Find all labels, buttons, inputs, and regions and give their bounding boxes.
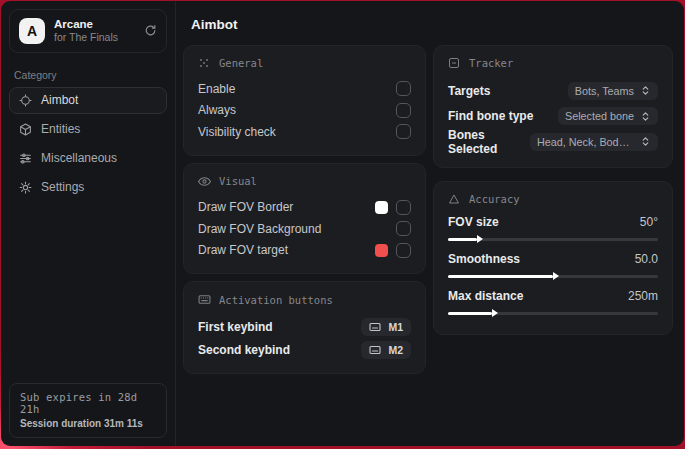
setting-row-visibility-check: Visibility check bbox=[198, 121, 411, 143]
chevrons-up-down-icon bbox=[640, 85, 651, 96]
sidebar-item-aimbot[interactable]: Aimbot bbox=[9, 87, 167, 114]
setting-row-bones-selected: Bones Selected Head, Neck, Body, Pe... bbox=[448, 129, 658, 155]
fov-size-slider[interactable] bbox=[448, 238, 658, 241]
draw-fov-target-checkbox[interactable] bbox=[396, 243, 411, 258]
crosshair-dots-icon bbox=[198, 57, 211, 69]
setting-row-second-keybind: Second keybind M2 bbox=[198, 338, 411, 361]
gear-icon bbox=[19, 181, 32, 194]
setting-row-fov-size: FOV size 50° bbox=[448, 214, 658, 241]
setting-row-always: Always bbox=[198, 100, 411, 122]
smoothness-slider[interactable] bbox=[448, 275, 658, 278]
card-title: General bbox=[219, 57, 263, 69]
card-title: Accuracy bbox=[469, 193, 520, 205]
find-bone-type-select[interactable]: Selected bone bbox=[558, 107, 658, 125]
keyboard-icon bbox=[369, 321, 382, 333]
sidebar: A Arcane for The Finals Category Aimbot bbox=[1, 1, 176, 446]
activation-buttons-card: Activation buttons First keybind M1 Seco… bbox=[183, 281, 426, 374]
fov-target-color-swatch[interactable] bbox=[375, 244, 388, 257]
accuracy-card: Accuracy FOV size 50° Smoothness bbox=[433, 181, 673, 335]
setting-row-find-bone-type: Find bone type Selected bone bbox=[448, 104, 658, 130]
refresh-icon[interactable] bbox=[144, 24, 157, 37]
bones-selected-select[interactable]: Head, Neck, Body, Pe... bbox=[530, 133, 658, 151]
sidebar-item-label: Settings bbox=[41, 180, 84, 194]
setting-row-enable: Enable bbox=[198, 78, 411, 100]
sidebar-nav: Aimbot Entities Miscellaneous Settings bbox=[1, 87, 175, 201]
enable-checkbox[interactable] bbox=[396, 81, 411, 96]
sidebar-item-settings[interactable]: Settings bbox=[9, 174, 167, 201]
subscription-status-card: Sub expires in 28d 21h Session duration … bbox=[9, 383, 167, 438]
setting-row-smoothness: Smoothness 50.0 bbox=[448, 251, 658, 278]
setting-row-targets: Targets Bots, Teams bbox=[448, 78, 658, 104]
slider-fill bbox=[448, 275, 553, 278]
visual-card: Visual Draw FOV Border Draw FOV Backgrou… bbox=[183, 163, 426, 275]
max-distance-slider[interactable] bbox=[448, 312, 658, 315]
draw-fov-border-checkbox[interactable] bbox=[396, 200, 411, 215]
page-title: Aimbot bbox=[191, 17, 678, 32]
setting-row-draw-fov-border: Draw FOV Border bbox=[198, 197, 411, 219]
app-logo: A bbox=[19, 18, 45, 44]
setting-row-draw-fov-target: Draw FOV target bbox=[198, 240, 411, 262]
tracker-card: Tracker Targets Bots, Teams Find bone ty… bbox=[433, 45, 673, 168]
category-label: Category bbox=[14, 69, 175, 81]
triangle-icon bbox=[448, 193, 461, 205]
slider-fill bbox=[448, 238, 477, 241]
keyboard-icon bbox=[369, 344, 382, 356]
smoothness-value: 50.0 bbox=[635, 252, 658, 266]
sub-expiry-text: Sub expires in 28d 21h bbox=[20, 391, 156, 415]
max-distance-value: 250m bbox=[628, 289, 658, 303]
cube-icon bbox=[19, 123, 32, 136]
sliders-icon bbox=[19, 152, 32, 165]
sidebar-item-label: Miscellaneous bbox=[41, 151, 117, 165]
general-card: General Enable Always Visibility check bbox=[183, 45, 426, 156]
slider-fill bbox=[448, 312, 492, 315]
sidebar-item-label: Entities bbox=[41, 122, 80, 136]
visibility-check-checkbox[interactable] bbox=[396, 124, 411, 139]
targets-select[interactable]: Bots, Teams bbox=[568, 82, 658, 100]
app-subtitle: for The Finals bbox=[54, 31, 135, 44]
sidebar-item-entities[interactable]: Entities bbox=[9, 116, 167, 143]
app-window: A Arcane for The Finals Category Aimbot bbox=[1, 1, 684, 446]
keyboard-icon bbox=[198, 293, 211, 306]
setting-row-draw-fov-background: Draw FOV Background bbox=[198, 218, 411, 240]
fov-size-value: 50° bbox=[640, 215, 658, 229]
main-content: Aimbot General Enable Alw bbox=[176, 1, 684, 446]
setting-row-max-distance: Max distance 250m bbox=[448, 288, 658, 315]
app-frame: A Arcane for The Finals Category Aimbot bbox=[0, 0, 685, 449]
crosshair-icon bbox=[19, 94, 32, 107]
minus-square-icon bbox=[448, 57, 461, 69]
logo-card: A Arcane for The Finals bbox=[9, 9, 167, 53]
always-checkbox[interactable] bbox=[396, 103, 411, 118]
session-duration-text: Session duration 31m 11s bbox=[20, 418, 156, 429]
chevrons-up-down-icon bbox=[640, 111, 651, 122]
sidebar-item-label: Aimbot bbox=[41, 93, 78, 107]
first-keybind-button[interactable]: M1 bbox=[361, 318, 411, 336]
second-keybind-button[interactable]: M2 bbox=[361, 341, 411, 359]
app-title: Arcane bbox=[54, 17, 135, 31]
setting-row-first-keybind: First keybind M1 bbox=[198, 315, 411, 338]
sidebar-item-miscellaneous[interactable]: Miscellaneous bbox=[9, 145, 167, 172]
card-title: Visual bbox=[219, 175, 257, 187]
fov-border-color-swatch[interactable] bbox=[375, 201, 388, 214]
card-title: Tracker bbox=[469, 57, 513, 69]
card-title: Activation buttons bbox=[219, 294, 333, 306]
eye-icon bbox=[198, 175, 211, 188]
chevrons-up-down-icon bbox=[640, 136, 651, 147]
draw-fov-background-checkbox[interactable] bbox=[396, 221, 411, 236]
